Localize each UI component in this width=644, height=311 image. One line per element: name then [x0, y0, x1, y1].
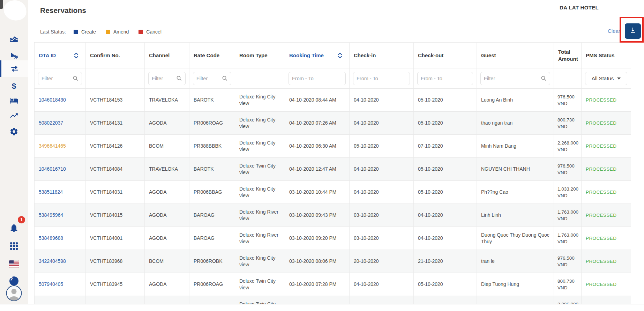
booking-time-range-filter[interactable]: [289, 72, 346, 85]
rate-code-filter[interactable]: [193, 72, 231, 85]
rate-code-filter-input[interactable]: [196, 76, 222, 81]
cell-room-type: Deluxe King City view: [235, 135, 285, 158]
cell-channel: AGODA: [145, 204, 189, 227]
pms-status-select[interactable]: All Status: [585, 72, 627, 85]
table-filter-row: All Status: [35, 68, 631, 89]
reservations-page: $ 1 ? Reservations DA LAT HOTEL Last Sta…: [0, 0, 644, 311]
notification-badge: 1: [18, 216, 25, 223]
ota-id-link[interactable]: 508022037: [39, 120, 63, 126]
guest-filter[interactable]: [480, 72, 550, 85]
amount-currency: VND: [557, 284, 581, 291]
table-row: 3170605996 VCTHT183923 BCOM PR388BBBK De…: [35, 296, 631, 305]
ota-id-link[interactable]: 538489688: [39, 235, 63, 241]
sidebar-item-dollar[interactable]: $: [0, 78, 28, 94]
column-header-guest: Guest: [477, 43, 554, 68]
column-header-check-in: Check-in: [350, 43, 414, 68]
amount-value: 1,763,000: [557, 232, 581, 238]
bell-icon: [9, 223, 19, 233]
cell-room-type: Deluxe King City view: [235, 181, 285, 204]
sidebar-item-trending-up[interactable]: [0, 108, 28, 124]
ota-id-link[interactable]: 3422404598: [39, 258, 66, 264]
cell-booking-time: 03-10-2020 08:06 PM: [285, 250, 350, 273]
cell-confirm-no: VCTHT184001: [86, 227, 145, 250]
ota-id-link[interactable]: 538495964: [39, 212, 63, 218]
cell-total-amount: 976,500 VND: [554, 89, 582, 112]
table-row: 1046016710 VCTHT184084 TRAVELOKA BAROTK …: [35, 158, 631, 181]
booking-time-range-input[interactable]: [292, 76, 342, 81]
cell-room-type: Deluxe King City view: [235, 89, 285, 112]
cell-pms-status: PROCESSED: [582, 89, 631, 112]
area-chart-icon: [9, 35, 18, 44]
cell-channel: TRAVELOKA: [145, 89, 189, 112]
hotel-name[interactable]: DA LAT HOTEL: [544, 5, 614, 10]
cell-ota-id: 3496641465: [35, 135, 86, 158]
sidebar-item-avatar[interactable]: [0, 284, 28, 302]
sidebar-item-us-flag[interactable]: [0, 256, 28, 272]
guest-filter-input[interactable]: [484, 76, 541, 81]
cell-total-amount: 800,730 VND: [554, 112, 582, 135]
sidebar-item-area-chart[interactable]: [0, 31, 28, 47]
channel-filter-input[interactable]: [152, 76, 176, 81]
cell-room-type: Deluxe Twin City view: [235, 296, 285, 305]
ota-id-filter-input[interactable]: [42, 76, 73, 81]
ota-id-link[interactable]: 1046016710: [39, 166, 66, 172]
amount-value: 976,500: [557, 94, 581, 100]
clear-filters-link[interactable]: Clear: [608, 28, 620, 34]
cell-rate-code: PR388BBBK: [189, 296, 235, 305]
total-amount-filter-empty: [554, 68, 582, 89]
legend-item-label: Cancel: [146, 29, 162, 35]
column-header-ota-id[interactable]: OTA ID: [35, 43, 86, 68]
cell-confirm-no: VCTHT183968: [86, 250, 145, 273]
legend-item: Create: [74, 29, 96, 35]
last-status-legend: Last Status: CreateAmendCancel: [40, 29, 162, 35]
pms-status-badge: PROCESSED: [586, 282, 616, 287]
cell-check-in: 04-10-2020: [350, 89, 414, 112]
sidebar-item-swap-arrows[interactable]: [0, 60, 28, 77]
cell-rate-code: PR388BBBK: [189, 135, 235, 158]
amount-value: 800,730: [557, 278, 581, 284]
table-row: 538511824 VCTHT184031 AGODA PR006BBAG De…: [35, 181, 631, 204]
cell-confirm-no: VCTHT184084: [86, 158, 145, 181]
check-in-range-filter[interactable]: [353, 72, 410, 85]
channel-filter[interactable]: [148, 72, 186, 85]
table-row: 538489688 VCTHT184001 AGODA BAROAG Delux…: [35, 227, 631, 250]
cell-check-in: 03-10-2020: [350, 227, 414, 250]
ota-id-link[interactable]: 538511824: [39, 189, 63, 195]
cell-check-in: 03-10-2020: [350, 204, 414, 227]
cell-guest: Ph??ng Cao: [477, 181, 554, 204]
amount-currency: VND: [557, 215, 581, 222]
download-button[interactable]: [625, 23, 641, 39]
confirm-no-filter-empty: [86, 68, 145, 89]
check-out-range-input[interactable]: [421, 76, 470, 81]
cell-check-out: 05-10-2020: [414, 181, 477, 204]
cell-room-type: Deluxe King River view: [235, 204, 285, 227]
cell-booking-time: 03-10-2020 09:43 PM: [285, 204, 350, 227]
check-out-range-filter[interactable]: [417, 72, 473, 85]
ota-id-link[interactable]: 1046018430: [39, 97, 66, 103]
cell-pms-status: PROCESSED: [582, 112, 631, 135]
ota-id-link[interactable]: 3496641465: [39, 143, 66, 149]
cell-check-out: 05-10-2020: [414, 273, 477, 296]
viewport-cutline: [0, 304, 644, 304]
cell-room-type: Deluxe King River view: [235, 227, 285, 250]
page-title: Reservations: [40, 6, 86, 15]
cell-check-out: 04-10-2020: [414, 204, 477, 227]
pms-status-badge: PROCESSED: [586, 236, 616, 241]
ota-id-link[interactable]: 507940405: [39, 281, 63, 287]
legend-label: Last Status:: [40, 29, 66, 35]
sidebar-item-gear[interactable]: [0, 124, 28, 140]
cell-total-amount: 2,286,000 VND: [554, 296, 582, 305]
sidebar-item-apps-grid[interactable]: [0, 238, 28, 254]
cell-booking-time: 03-10-2020 10:44 PM: [285, 181, 350, 204]
reservations-table: OTA ID Confirm No. Channel Rate Code Roo…: [34, 42, 631, 304]
sidebar: $ 1 ?: [0, 0, 28, 304]
table-row: 508022037 VCTHT184131 AGODA PR006ROAG De…: [35, 112, 631, 135]
cell-rate-code: BAROAG: [189, 227, 235, 250]
check-in-range-input[interactable]: [357, 76, 406, 81]
ota-id-filter[interactable]: [38, 72, 82, 85]
cell-pms-status: PROCESSED: [582, 250, 631, 273]
column-header-booking-time[interactable]: Booking Time: [285, 43, 350, 68]
cell-check-out: 05-10-2020: [414, 158, 477, 181]
legend-item: Cancel: [138, 29, 162, 35]
sidebar-item-bed[interactable]: [0, 92, 28, 109]
